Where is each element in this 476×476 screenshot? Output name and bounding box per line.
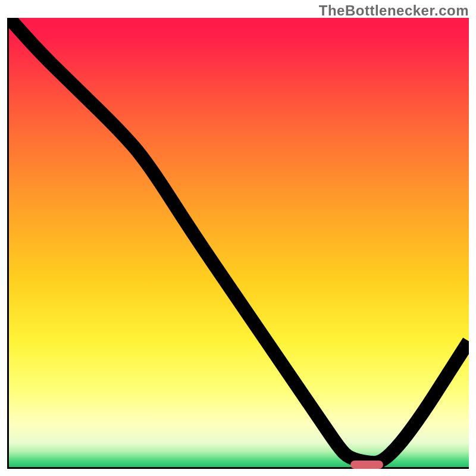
chart-container: TheBottlenecker.com bbox=[0, 0, 476, 476]
watermark-text: TheBottlenecker.com bbox=[319, 2, 469, 19]
optimal-range-marker bbox=[350, 461, 383, 469]
plot-area bbox=[7, 18, 469, 469]
bottleneck-curve bbox=[9, 18, 469, 467]
